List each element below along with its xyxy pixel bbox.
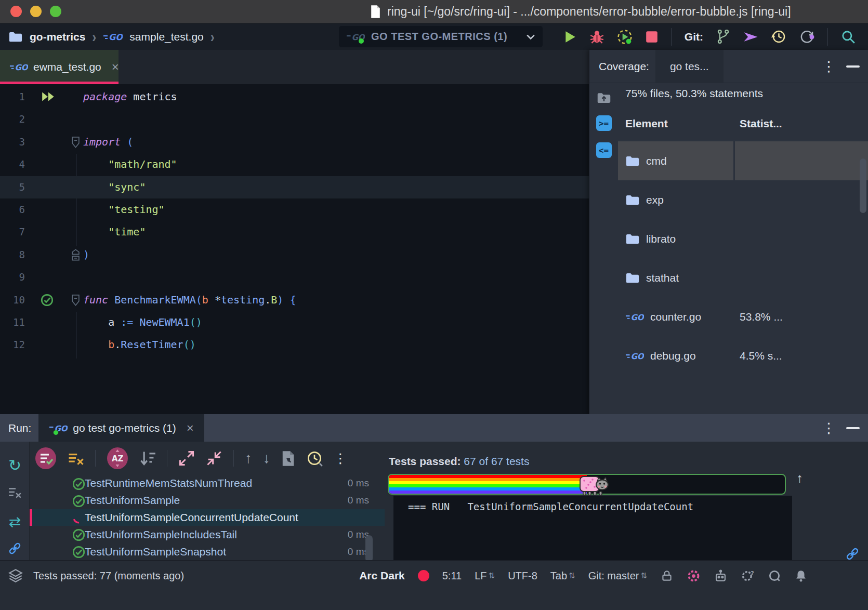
theme-name[interactable]: Arc Dark [359, 569, 405, 582]
coverage-row[interactable]: GOcounter.go53.8% ... [618, 297, 868, 336]
circle-icon[interactable] [768, 569, 781, 582]
lock-icon[interactable] [660, 569, 674, 582]
git-branch-selector[interactable]: Git: master⇅ [588, 570, 647, 582]
search-everywhere-icon[interactable] [841, 30, 856, 44]
flatten-packages-icon[interactable]: >= [596, 115, 612, 131]
encoding-selector[interactable]: UTF-8 [508, 570, 537, 582]
svg-text:GO: GO [109, 32, 123, 42]
gear-help-icon[interactable]: ? [741, 569, 755, 583]
sort-by-duration-icon[interactable] [139, 450, 156, 466]
test-row[interactable]: TestUniformSampleIncludesTail0 ms [30, 526, 385, 543]
line-number: 1 [0, 86, 25, 108]
swap-source-icon[interactable]: ⇄ [0, 513, 30, 531]
editor-tab-ewma-test[interactable]: GO ewma_test.go × [0, 50, 119, 84]
coverage-suite-tab[interactable]: go tes... [655, 50, 724, 83]
previous-failed-icon[interactable]: ↑ [245, 450, 252, 467]
caret-position[interactable]: 5:11 [442, 570, 462, 582]
line-number: 7 [0, 221, 25, 243]
code-line: 5 "sync" [0, 176, 589, 198]
toolbar-separator [95, 450, 96, 467]
robot-icon[interactable] [714, 569, 728, 583]
indent-selector[interactable]: Tab⇅ [550, 570, 575, 582]
test-list-scrollbar[interactable] [365, 535, 373, 562]
code-text: "testing" [83, 198, 165, 221]
git-branch-icon[interactable] [716, 29, 730, 44]
updown-icon: ⇅ [489, 571, 495, 580]
gear-icon[interactable] [687, 569, 701, 583]
notifications-bell-icon[interactable] [794, 569, 808, 583]
title-bar: ring-ui [~/go/src/ring-ui] - .../compone… [0, 0, 868, 23]
close-window-button[interactable] [10, 6, 22, 17]
coverage-table-header: Element Statist... [618, 109, 864, 140]
coverage-row[interactable]: cmd [618, 141, 868, 180]
local-history-icon[interactable] [771, 29, 786, 44]
expand-all-icon[interactable] [178, 450, 195, 467]
fold-marker-icon[interactable] [71, 294, 80, 307]
background-tasks-icon[interactable] [8, 568, 23, 583]
breadcrumb-project[interactable]: go-metrics [30, 31, 85, 43]
coverage-toolbar: >= <= [589, 83, 618, 414]
hide-panel-icon[interactable] [846, 65, 860, 68]
coverage-statistics: 53.8% ... [740, 311, 783, 323]
test-row[interactable]: TestUniformSample0 ms [30, 492, 385, 509]
update-project-icon[interactable] [799, 29, 814, 44]
coverage-row[interactable]: exp [618, 180, 868, 219]
more-options-icon[interactable]: ⋮ [822, 58, 836, 75]
show-passed-icon[interactable] [35, 447, 57, 469]
line-number: 8 [0, 244, 25, 266]
breadcrumb-file[interactable]: sample_test.go [129, 31, 203, 43]
stop-button[interactable] [646, 31, 658, 43]
code-text: import ( [83, 131, 133, 153]
hide-panel-icon[interactable] [846, 427, 860, 429]
test-row[interactable]: TestUniformSampleSnapshot0 ms [30, 543, 385, 560]
fold-marker-icon[interactable] [71, 136, 80, 149]
git-push-icon[interactable] [743, 31, 758, 43]
navigate-with-coverage-icon[interactable]: <= [596, 142, 612, 158]
test-history-icon[interactable] [306, 450, 323, 467]
minimize-window-button[interactable] [30, 6, 42, 17]
coverage-row[interactable]: librato [618, 219, 868, 258]
scroll-to-top-icon[interactable]: ↑ [796, 470, 803, 486]
more-options-icon[interactable]: ⋮ [822, 420, 836, 436]
next-failed-icon[interactable]: ↓ [263, 450, 270, 467]
column-element[interactable]: Element [625, 117, 668, 130]
go-file-icon: GO [625, 312, 644, 322]
theme-color-dot[interactable] [418, 570, 429, 581]
debug-button[interactable] [590, 30, 604, 44]
close-tab-icon[interactable]: × [187, 421, 194, 435]
line-separator-selector[interactable]: LF⇅ [475, 570, 495, 582]
code-line: 8) [0, 244, 589, 266]
navigation-bar: go-metrics › GO sample_test.go › GO GO T… [0, 23, 868, 50]
test-duration: 0 ms [348, 495, 369, 506]
sort-alphabetically-icon[interactable]: AZ [107, 447, 128, 469]
hide-ignored-icon[interactable] [68, 452, 84, 466]
export-test-results-icon[interactable] [281, 450, 295, 467]
zoom-window-button[interactable] [50, 6, 61, 17]
coverage-row[interactable]: GOdebug.go4.5% s... [618, 336, 868, 375]
editor-tab-label: ewma_test.go [33, 61, 101, 73]
test-row[interactable]: TestUniformSampleConcurrentUpdateCount [30, 509, 385, 526]
run-tab[interactable]: GO go test go-metrics (1) × [38, 414, 204, 442]
test-row[interactable]: TestRuntimeMemStatsNumThread0 ms [30, 475, 385, 492]
run-button[interactable] [563, 30, 577, 44]
rerun-icon[interactable]: ↻ [0, 456, 30, 474]
collapse-all-icon[interactable] [206, 450, 222, 467]
test-name: TestUniformSampleSnapshot [85, 546, 226, 558]
generate-report-icon[interactable] [597, 91, 611, 104]
run-with-coverage-button[interactable] [617, 29, 633, 45]
close-tab-icon[interactable]: × [112, 60, 119, 74]
test-passed-gutter-icon[interactable] [41, 294, 54, 307]
run-configuration-selector[interactable]: GO GO TEST GO-METRICS (1) [339, 26, 543, 47]
coverage-row[interactable]: stathat [618, 258, 868, 297]
code-line: 12 b.ResetTimer() [0, 334, 589, 356]
code-line: 2 [0, 108, 589, 130]
fold-end-marker-icon[interactable] [71, 249, 80, 261]
column-statistics[interactable]: Statist... [740, 117, 782, 130]
attach-link-icon[interactable] [0, 541, 30, 555]
console-link-icon[interactable] [845, 547, 860, 561]
more-options-icon[interactable]: ⋮ [334, 450, 347, 467]
run-benchmarks-gutter-icon[interactable] [41, 90, 56, 103]
coverage-scrollbar[interactable] [860, 158, 866, 213]
clear-all-icon[interactable] [0, 486, 30, 499]
line-number: 3 [0, 131, 25, 153]
